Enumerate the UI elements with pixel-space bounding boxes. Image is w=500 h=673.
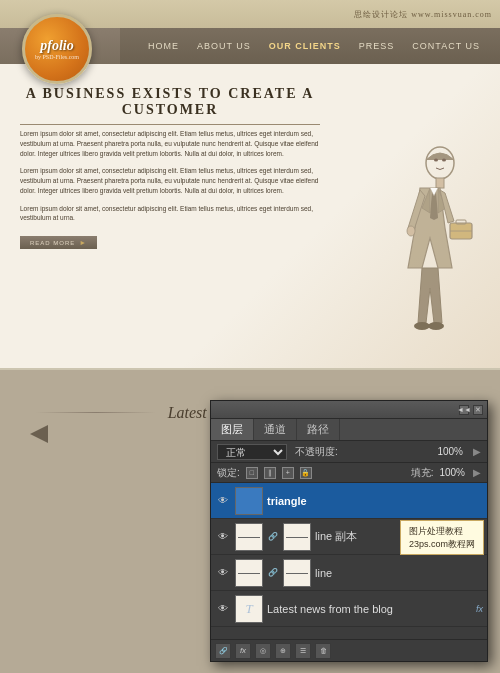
layer-blog-text[interactable]: 👁 T Latest news from the blog fx <box>211 591 487 627</box>
nav-clients[interactable]: OUR CLIENTS <box>269 41 341 51</box>
tooltip-line2: 23ps.com教程网 <box>409 538 475 551</box>
opacity-arrow[interactable]: ▶ <box>473 446 481 457</box>
layer-name-triangle: triangle <box>267 495 483 507</box>
lock-image-icon[interactable]: ∥ <box>264 467 276 479</box>
layer-thumb-triangle <box>235 487 263 515</box>
ps-bottom-bar: 🔗 fx ◎ ⊕ ☰ 🗑 <box>211 639 487 661</box>
ps-layers-list: 👁 triangle 👁 🔗 line 副本 👁 🔗 line <box>211 483 487 639</box>
ps-close-btn[interactable]: ✕ <box>473 405 483 415</box>
opacity-label: 不透明度: <box>295 445 338 459</box>
layer-line[interactable]: 👁 🔗 line <box>211 555 487 591</box>
ps-title-bar: ◄◄ ✕ <box>211 401 487 419</box>
link-layers-btn[interactable]: 🔗 <box>215 643 231 659</box>
opacity-value: 100% <box>437 446 463 457</box>
blend-mode-select[interactable]: 正常 <box>217 444 287 460</box>
layer-fx-badge: fx <box>476 604 483 614</box>
svg-rect-1 <box>436 178 444 188</box>
ps-collapse-btn[interactable]: ◄◄ <box>459 405 469 415</box>
nav-contact[interactable]: CONTACT US <box>412 41 480 51</box>
ribbon-text: 思绘设计论坛 www.missvuan.com <box>354 9 492 20</box>
layer-effects-btn[interactable]: fx <box>235 643 251 659</box>
paragraph-2: Lorem ipsum dolor sit amet, consectetur … <box>20 166 320 195</box>
content-area: A BUSINESS EXISTS TO CREATE A CUSTOMER L… <box>0 64 340 368</box>
svg-point-9 <box>442 159 446 162</box>
svg-point-7 <box>428 322 444 330</box>
tab-channels[interactable]: 通道 <box>254 419 297 440</box>
lock-transparent-icon[interactable]: □ <box>246 467 258 479</box>
tab-layers[interactable]: 图层 <box>211 419 254 440</box>
nav-about[interactable]: ABOUT US <box>197 41 251 51</box>
layer-eye-text[interactable]: 👁 <box>215 601 231 617</box>
logo[interactable]: pfolio by PSD-Files.com <box>22 14 92 84</box>
layer-name-text: Latest news from the blog <box>267 603 472 615</box>
layer-thumb-line-copy <box>235 523 263 551</box>
tooltip-line1: 图片处理教程 <box>409 525 475 538</box>
vintage-man-illustration <box>360 138 490 368</box>
svg-point-0 <box>426 147 454 179</box>
fill-value: 100% <box>439 467 465 478</box>
layer-thumb-text: T <box>235 595 263 623</box>
main-content: A BUSINESS EXISTS TO CREATE A CUSTOMER L… <box>0 64 500 368</box>
divider-left <box>36 412 156 413</box>
lock-label: 锁定: <box>217 466 240 480</box>
tab-paths[interactable]: 路径 <box>297 419 340 440</box>
fill-label: 填充: <box>411 466 434 480</box>
lock-all-icon[interactable]: 🔒 <box>300 467 312 479</box>
layer-eye-line[interactable]: 👁 <box>215 565 231 581</box>
layer-eye-triangle[interactable]: 👁 <box>215 493 231 509</box>
nav-press[interactable]: PRESS <box>359 41 395 51</box>
layer-thumb-line <box>235 559 263 587</box>
website-mockup: 思绘设计论坛 www.missvuan.com pfolio by PSD-Fi… <box>0 0 500 370</box>
logo-sub: by PSD-Files.com <box>35 54 79 60</box>
nav-bar: pfolio by PSD-Files.com HOME ABOUT US OU… <box>0 28 500 64</box>
svg-point-5 <box>407 226 415 236</box>
ps-lock-row: 锁定: □ ∥ + 🔒 填充: 100% ▶ <box>211 463 487 483</box>
adjustment-layer-btn[interactable]: ⊕ <box>275 643 291 659</box>
fill-arrow[interactable]: ▶ <box>473 467 481 478</box>
ps-blend-row: 正常 不透明度: 100% ▶ <box>211 441 487 463</box>
layer-mask-line-copy <box>283 523 311 551</box>
figure-area <box>340 64 500 368</box>
layer-mask-line <box>283 559 311 587</box>
delete-layer-btn[interactable]: 🗑 <box>315 643 331 659</box>
ps-tabs: 图层 通道 路径 <box>211 419 487 441</box>
svg-point-8 <box>434 159 438 162</box>
layer-group-btn[interactable]: ☰ <box>295 643 311 659</box>
nav-home[interactable]: HOME <box>148 41 179 51</box>
layer-mask-btn[interactable]: ◎ <box>255 643 271 659</box>
lock-position-icon[interactable]: + <box>282 467 294 479</box>
layer-name-line: line <box>315 567 483 579</box>
layer-tooltip: 图片处理教程 23ps.com教程网 <box>400 520 484 555</box>
layer-eye-line-copy[interactable]: 👁 <box>215 529 231 545</box>
arrow-left-icon <box>30 425 48 443</box>
layer-link-icon-line: 🔗 <box>267 567 279 579</box>
read-more-button[interactable]: READ MORE <box>20 236 97 249</box>
paragraph-3: Lorem ipsum dolor sit amet, consectetur … <box>20 204 320 224</box>
text-layer-t-icon: T <box>245 601 252 617</box>
svg-point-6 <box>414 322 430 330</box>
page-title: A BUSINESS EXISTS TO CREATE A CUSTOMER <box>20 86 320 125</box>
paragraph-1: Lorem ipsum dolor sit amet, consectetur … <box>20 129 320 158</box>
layer-link-icon-line-copy: 🔗 <box>267 531 279 543</box>
logo-text: pfolio <box>40 38 73 54</box>
layer-triangle[interactable]: 👁 triangle <box>211 483 487 519</box>
